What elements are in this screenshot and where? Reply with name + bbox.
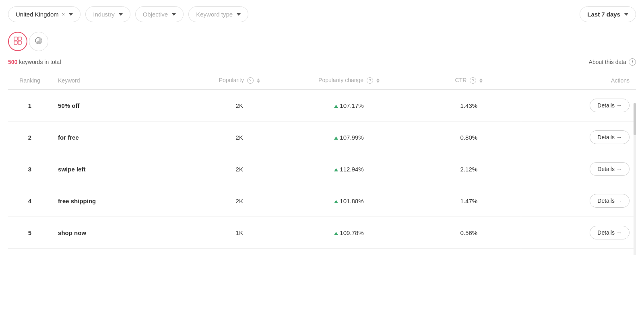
info-icon: i (629, 58, 636, 66)
scrollbar-track[interactable] (634, 103, 636, 255)
keywords-table: Ranking Keyword Popularity ? Popularity … (8, 71, 636, 249)
view-toggle (8, 32, 636, 51)
svg-rect-2 (14, 41, 17, 44)
date-range-chevron-icon (624, 13, 628, 16)
cell-actions: Details → (521, 217, 636, 249)
pop-change-sort-icons[interactable] (376, 78, 380, 83)
cell-rank: 1 (8, 90, 52, 122)
cell-rank: 5 (8, 217, 52, 249)
keyword-type-label: Keyword type (196, 11, 233, 18)
cell-pop-change: 109.78% (281, 217, 417, 249)
cell-popularity: 2K (198, 185, 281, 217)
chart-icon (35, 37, 43, 47)
cell-rank: 4 (8, 185, 52, 217)
chart-view-button[interactable] (29, 32, 48, 51)
cell-popularity: 2K (198, 90, 281, 122)
keyword-count-number: 500 (8, 59, 17, 65)
cell-ctr: 1.47% (417, 185, 521, 217)
count-bar: 500 keywords in total About this data i (8, 58, 636, 66)
cell-actions: Details → (521, 153, 636, 185)
sort-up-icon (257, 78, 260, 80)
keyword-count-suffix: keywords in total (17, 59, 61, 65)
cell-rank: 3 (8, 153, 52, 185)
details-button[interactable]: Details → (590, 99, 630, 112)
cell-keyword: shop now (52, 217, 198, 249)
cell-keyword: swipe left (52, 153, 198, 185)
cell-popularity: 2K (198, 122, 281, 153)
industry-chevron-icon (119, 13, 123, 16)
cell-ctr: 0.56% (417, 217, 521, 249)
trend-up-icon (334, 105, 338, 108)
trend-up-icon (334, 232, 338, 235)
cell-ctr: 1.43% (417, 90, 521, 122)
keyword-count-text: 500 keywords in total (8, 59, 61, 65)
cell-ctr: 0.80% (417, 122, 521, 153)
cell-actions: Details → (521, 122, 636, 153)
col-ctr: CTR ? (417, 71, 521, 90)
region-label: United Kingdom (16, 11, 59, 18)
cell-actions: Details → (521, 185, 636, 217)
cell-keyword: for free (52, 122, 198, 153)
details-button[interactable]: Details → (590, 194, 630, 208)
col-keyword: Keyword (52, 71, 198, 90)
sort-down-icon (479, 81, 483, 83)
table-row: 4 free shipping 2K 101.88% 1.47% Details… (8, 185, 636, 217)
about-data-link[interactable]: About this data i (589, 58, 636, 66)
industry-label: Industry (93, 11, 114, 18)
region-chevron-icon (69, 13, 73, 16)
cell-pop-change: 101.88% (281, 185, 417, 217)
cell-pop-change: 107.17% (281, 90, 417, 122)
table-icon (14, 37, 22, 47)
pop-change-help-icon: ? (367, 77, 373, 84)
filter-bar: United Kingdom × Industry Objective Keyw… (8, 6, 636, 22)
trend-up-icon (334, 136, 338, 140)
sort-down-icon (257, 81, 260, 83)
table-row: 5 shop now 1K 109.78% 0.56% Details → (8, 217, 636, 249)
keyword-type-chevron-icon (237, 13, 241, 16)
details-button[interactable]: Details → (590, 130, 630, 144)
popularity-help-icon: ? (247, 77, 254, 84)
cell-rank: 2 (8, 122, 52, 153)
svg-rect-3 (18, 41, 21, 44)
date-range-filter[interactable]: Last 7 days (580, 6, 636, 22)
date-range-label: Last 7 days (587, 11, 620, 18)
table-row: 2 for free 2K 107.99% 0.80% Details → (8, 122, 636, 153)
remove-region-icon[interactable]: × (62, 11, 65, 17)
objective-chevron-icon (172, 13, 176, 16)
svg-rect-1 (18, 37, 21, 40)
cell-ctr: 2.12% (417, 153, 521, 185)
sort-up-icon (479, 78, 483, 80)
ctr-sort-icons[interactable] (479, 78, 483, 83)
objective-filter[interactable]: Objective (135, 6, 184, 22)
col-popularity: Popularity ? (198, 71, 281, 90)
cell-pop-change: 112.94% (281, 153, 417, 185)
cell-pop-change: 107.99% (281, 122, 417, 153)
details-button[interactable]: Details → (590, 226, 630, 239)
objective-label: Objective (143, 11, 168, 18)
col-actions: Actions (521, 71, 636, 90)
cell-popularity: 2K (198, 153, 281, 185)
col-popularity-change: Popularity change ? (281, 71, 417, 90)
popularity-sort-icons[interactable] (257, 78, 260, 83)
trend-up-icon (334, 200, 338, 203)
table-view-button[interactable] (8, 32, 27, 51)
region-filter[interactable]: United Kingdom × (8, 6, 80, 22)
industry-filter[interactable]: Industry (85, 6, 130, 22)
cell-keyword: free shipping (52, 185, 198, 217)
table-row: 1 50% off 2K 107.17% 1.43% Details → (8, 90, 636, 122)
cell-keyword: 50% off (52, 90, 198, 122)
details-button[interactable]: Details → (590, 162, 630, 176)
scrollbar-thumb[interactable] (634, 103, 636, 135)
table-row: 3 swipe left 2K 112.94% 2.12% Details → (8, 153, 636, 185)
col-ranking: Ranking (8, 71, 52, 90)
trend-up-icon (334, 168, 338, 171)
cell-actions: Details → (521, 90, 636, 122)
about-data-label: About this data (589, 59, 626, 65)
sort-down-icon (376, 81, 380, 83)
keyword-type-filter[interactable]: Keyword type (188, 6, 248, 22)
cell-popularity: 1K (198, 217, 281, 249)
ctr-help-icon: ? (470, 77, 476, 84)
sort-up-icon (376, 78, 380, 80)
svg-rect-0 (14, 37, 17, 40)
